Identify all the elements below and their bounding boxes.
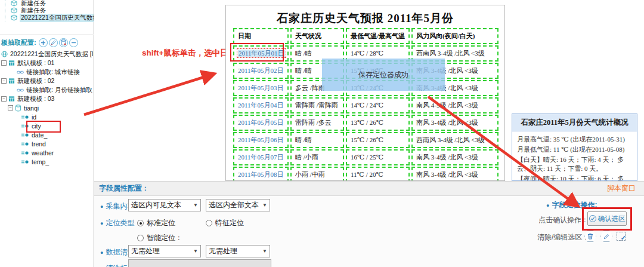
collapse-icon[interactable]: − (1, 78, 7, 84)
selection-tools-row (584, 231, 626, 242)
config-tree-item[interactable]: trend (0, 139, 94, 148)
date-cell[interactable]: 2011年05月07日 (233, 149, 289, 165)
script-window-link[interactable]: 脚本窗口 (607, 183, 636, 194)
stats-line: 【夜间】晴天: 10 天；下雨: 6 天； 多云、阴天: 15 天；下雪: 0 … (517, 174, 632, 181)
field-icon (21, 142, 29, 146)
bullet-icon: ● (100, 250, 103, 256)
config-tree-item[interactable]: 链接抽取: 城市链接 (0, 67, 94, 76)
radio-unchecked-icon[interactable] (137, 235, 144, 241)
data-clean-dropdown-1[interactable]: 无需处理 ▼ (128, 245, 201, 257)
confirm-op-label-text: 点击确认操作： (538, 215, 589, 225)
radio-smart-locate[interactable]: 智能定位： (137, 233, 185, 243)
date-text[interactable]: 2011年05月03日 (238, 84, 284, 91)
config-tree: 20221221全国历史天气数据 [ID:12]−默认模板 : 01链接抽取: … (0, 50, 94, 166)
link-icon (17, 87, 24, 93)
weather-cell: 14℃ / 24℃ (346, 97, 410, 113)
date-field-highlight-box (26, 121, 61, 133)
radio-smart-label: 智能定位： (147, 233, 182, 243)
stats-panel-body: 月最高气温: 35 ℃ (出现在2011-05-31)月最低气温: 11 ℃ (… (512, 131, 637, 181)
task-tree-item[interactable]: 20221221全国历史天气数据 (0, 14, 93, 22)
confirm-button-highlight-box (582, 207, 632, 231)
weather-row: 2011年05月07日晴 /小雨16℃ / 25℃南风 3-4级 /北风 <3级 (233, 149, 499, 165)
sidebar: 新建任务新建任务20221221全国历史天气数据 板抽取配置: 20221221… (0, 0, 94, 267)
minus-icon[interactable] (69, 38, 78, 47)
config-tree-item[interactable]: id (0, 112, 94, 121)
tree-item-label: 20221221全国历史天气数据 [ID:12] (10, 50, 94, 59)
weather-cell: 雷阵雨 /雷阵雨 (290, 97, 344, 113)
weather-cell: 13℃ / 26℃ (346, 115, 410, 131)
data-clean-dropdown-2[interactable]: 无需处理 ▼ (206, 245, 270, 257)
date-cell[interactable]: 2011年05月02日 (233, 63, 289, 79)
date-cell[interactable]: 2011年05月03日 (233, 80, 289, 96)
date-text[interactable]: 2011年05月05日 (238, 119, 284, 126)
weather-row: 2011年05月06日晴 /晴15℃ / 26℃西南风 3-4级 /北风 <3级 (233, 132, 499, 148)
collect-content-dropdown-2[interactable]: 选区内全部文本 ▼ (206, 199, 270, 211)
date-cell-highlight-box (230, 43, 284, 62)
field-icon (21, 159, 29, 164)
date-text[interactable]: 2011年05月08日 (238, 171, 284, 178)
date-cell[interactable]: 2011年05月08日 (233, 167, 289, 181)
weather-cell: 南风 3-4级 /北风 <3级 (411, 167, 499, 181)
collapse-icon[interactable]: − (8, 105, 13, 111)
collapse-icon[interactable]: − (1, 60, 7, 66)
radio-feature-locate[interactable]: 特征定位 (206, 218, 246, 228)
trash-icon[interactable] (584, 231, 596, 242)
date-text[interactable]: 2011年05月02日 (238, 67, 284, 74)
config-tree-item[interactable]: 链接抽取: 月份链接抽取 (0, 85, 94, 94)
config-tree-item[interactable]: −默认模板 : 01 (0, 59, 94, 67)
clean-dd2-value: 无需处理 (209, 246, 237, 256)
radio-checked-icon[interactable] (137, 220, 144, 226)
edit-icon[interactable] (49, 38, 58, 47)
tree-item-label: 新建模板 : 03 (17, 95, 55, 103)
stats-panel-title: 石家庄2011年5月份天气统计概况 (512, 114, 637, 131)
collect-content-dropdown-1[interactable]: 选区内可见文本 ▼ (128, 199, 201, 211)
field-icon (21, 151, 29, 155)
config-tree-item[interactable]: −新建模板 : 03 (0, 94, 94, 103)
date-cell[interactable]: 2011年05月06日 (233, 132, 289, 148)
tree-item-label: 链接抽取: 城市链接 (26, 68, 80, 76)
weather-cell: 雷阵雨 /多云 (290, 115, 344, 131)
tree-item-label: temp_ (31, 158, 49, 165)
select-region-icon[interactable] (617, 232, 626, 241)
radio-standard-locate[interactable]: 标准定位 (137, 218, 178, 228)
bullet-icon: ● (100, 220, 103, 226)
field-icon (21, 115, 29, 119)
config-panel-title: 板抽取配置: (1, 38, 36, 47)
db-icon (15, 105, 21, 112)
date-cell[interactable]: 2011年05月04日 (233, 97, 289, 113)
datasource-icon[interactable] (59, 38, 68, 47)
weather-col-header: 天气状况 (290, 28, 344, 44)
link-icon (17, 69, 24, 75)
config-tree-item[interactable]: weather (0, 148, 94, 157)
collapse-icon[interactable]: − (1, 96, 7, 102)
stats-line: 月最低气温: 11 ℃ (出现在2011-05-08) (517, 145, 632, 154)
weather-table-header-row: 日期天气状况最低气温/最高气温风力风向(夜间/白天) (233, 28, 499, 44)
clean-id-input[interactable] (128, 259, 271, 267)
weather-stats-panel: 石家庄2011年5月份天气统计概况 月最高气温: 35 ℃ (出现在2011-0… (512, 113, 637, 181)
edit-selection-icon[interactable] (600, 231, 612, 242)
field-panel-title: 字段属性配置： (99, 183, 149, 194)
config-tree-item[interactable]: −新建模板 : 02 (0, 76, 94, 85)
template-icon (8, 96, 15, 102)
stats-line: 【白天】晴天: 16 天；下雨: 4 天； 多云、阴天: 11 天；下雪: 0 … (517, 155, 632, 173)
collect-dd1-value: 选区内可见文本 (131, 200, 181, 210)
template-extract-config-section: 板抽取配置: 20221221全国历史天气数据 [ID:12]−默认模板 : 0… (0, 34, 94, 166)
date-text[interactable]: 2011年05月06日 (238, 136, 284, 143)
weather-row: 2011年05月05日雷阵雨 /多云13℃ / 26℃南风 3-4级 /北风 <… (233, 115, 499, 131)
radio-unchecked-icon[interactable] (206, 220, 212, 226)
date-text[interactable]: 2011年05月07日 (238, 154, 284, 161)
config-tree-item[interactable]: 20221221全国历史天气数据 [ID:12] (0, 50, 94, 59)
config-tree-item[interactable]: temp_ (0, 157, 94, 166)
field-property-panel: 字段属性配置： 脚本窗口 ● 采集内容： 选区内可见文本 ▼ 选区内全部文本 ▼… (94, 181, 644, 267)
stats-line: 月最高气温: 35 ℃ (出现在2011-05-31) (517, 135, 632, 144)
date-text[interactable]: 2011年05月04日 (238, 102, 284, 109)
bullet-icon: ● (100, 204, 103, 210)
bullet-icon: ● (546, 202, 549, 208)
date-cell[interactable]: 2011年05月05日 (233, 115, 289, 131)
chevron-down-icon: ▼ (190, 202, 198, 208)
radio-standard-label: 标准定位 (147, 218, 175, 228)
config-tree-item[interactable]: −tianqi (0, 103, 94, 112)
weather-cell: 西南风 3-4级 /北风 <3级 (411, 132, 499, 148)
radio-feature-label: 特征定位 (215, 218, 244, 228)
plus-icon[interactable] (39, 38, 48, 47)
